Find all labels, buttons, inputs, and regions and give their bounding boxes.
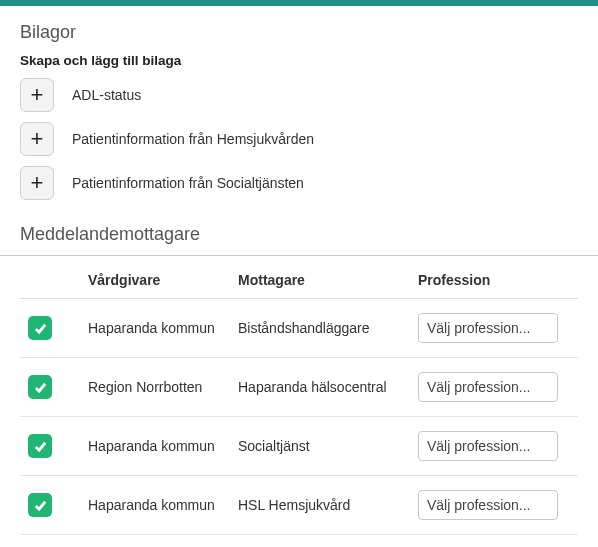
receiver-cell: HSL Hemsjukvård: [230, 476, 410, 535]
bilaga-label: Patientinformation från Hemsjukvården: [72, 131, 314, 147]
row-checkbox[interactable]: [28, 375, 52, 399]
plus-icon: +: [31, 82, 44, 108]
bilagor-list: + ADL-status + Patientinformation från H…: [20, 78, 578, 200]
add-bilaga-button[interactable]: +: [20, 122, 54, 156]
plus-icon: +: [31, 126, 44, 152]
row-checkbox[interactable]: [28, 434, 52, 458]
content-area: Bilagor Skapa och lägg till bilaga + ADL…: [0, 6, 598, 547]
add-bilaga-button[interactable]: +: [20, 78, 54, 112]
table-row: Haparanda kommun HSL Hemsjukvård Välj pr…: [20, 476, 578, 535]
table-row: Haparanda kommun Biståndshandläggare Väl…: [20, 299, 578, 358]
row-checkbox[interactable]: [28, 316, 52, 340]
add-bilaga-button[interactable]: +: [20, 166, 54, 200]
bilaga-row: + Patientinformation från Hemsjukvården: [20, 122, 578, 156]
row-checkbox[interactable]: [28, 493, 52, 517]
table-row: Haparanda kommun Socialtjänst Välj profe…: [20, 417, 578, 476]
section-divider: [0, 255, 598, 256]
recipients-table: Vårdgivare Mottagare Profession Haparand…: [20, 262, 578, 535]
check-icon: [33, 498, 48, 513]
profession-select[interactable]: Välj profession...: [418, 490, 558, 520]
col-provider-header: Vårdgivare: [80, 262, 230, 299]
profession-select[interactable]: Välj profession...: [418, 372, 558, 402]
col-checkbox-header: [20, 262, 80, 299]
bilaga-row: + ADL-status: [20, 78, 578, 112]
provider-cell: Haparanda kommun: [80, 417, 230, 476]
table-row: Region Norrbotten Haparanda hälsocentral…: [20, 358, 578, 417]
recipients-title: Meddelandemottagare: [20, 224, 578, 245]
bilagor-title: Bilagor: [20, 22, 578, 43]
check-icon: [33, 321, 48, 336]
bilagor-subtitle: Skapa och lägg till bilaga: [20, 53, 578, 68]
col-profession-header: Profession: [410, 262, 578, 299]
receiver-cell: Haparanda hälsocentral: [230, 358, 410, 417]
plus-icon: +: [31, 170, 44, 196]
receiver-cell: Socialtjänst: [230, 417, 410, 476]
bilaga-label: ADL-status: [72, 87, 141, 103]
table-header-row: Vårdgivare Mottagare Profession: [20, 262, 578, 299]
col-receiver-header: Mottagare: [230, 262, 410, 299]
bilaga-label: Patientinformation från Socialtjänsten: [72, 175, 304, 191]
profession-select[interactable]: Välj profession...: [418, 313, 558, 343]
receiver-cell: Biståndshandläggare: [230, 299, 410, 358]
check-icon: [33, 380, 48, 395]
provider-cell: Region Norrbotten: [80, 358, 230, 417]
check-icon: [33, 439, 48, 454]
bilaga-row: + Patientinformation från Socialtjänsten: [20, 166, 578, 200]
provider-cell: Haparanda kommun: [80, 476, 230, 535]
profession-select[interactable]: Välj profession...: [418, 431, 558, 461]
provider-cell: Haparanda kommun: [80, 299, 230, 358]
